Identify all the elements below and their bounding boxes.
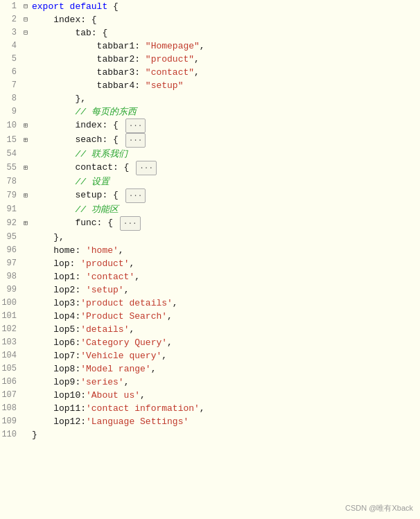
code-content: lop11:'contact information', [30,402,420,415]
line-number: 4 [0,39,21,53]
line-number: 99 [0,283,21,297]
token-str-single: 'contact' [86,272,134,282]
line-number: 54 [0,148,21,161]
code-content: tab: { [30,26,420,39]
line-number: 92 [0,217,21,230]
line-number: 110 [0,428,21,441]
code-content: lop7:'Vehicle query', [30,349,420,362]
collapsed-indicator[interactable]: ··· [125,133,146,148]
token-normal: , [129,258,134,269]
fold-icon[interactable]: ⊞ [21,189,30,202]
token-normal: tabbar2: [32,54,146,64]
line-number: 102 [0,323,21,336]
token-str-single: 'product details' [80,298,173,308]
token-normal: , [173,298,178,308]
code-content: home: 'home', [30,244,420,257]
code-line: 8 }, [0,92,420,105]
collapsed-indicator[interactable]: ··· [125,188,146,203]
fold-icon[interactable]: ⊞ [21,161,30,175]
code-line: 110} [0,428,420,441]
token-normal: , [140,390,146,401]
code-content: index: { [30,13,420,26]
code-line: 7 tabbar4: "setup" [0,79,420,92]
fold-icon[interactable]: ⊟ [21,26,30,39]
code-line: 10⊞ index: { ··· [0,118,420,133]
collapsed-indicator[interactable]: ··· [125,118,146,133]
token-normal: lop10: [32,390,86,401]
code-content: lop3:'product details', [30,297,420,310]
code-area: 1⊟export default {2⊟ index: {3⊟ tab: {4 … [0,0,420,519]
token-comment: // 设置 [32,177,110,187]
fold-icon[interactable]: ⊞ [21,134,30,147]
token-comment: // 每页的东西 [32,107,137,117]
line-number: 96 [0,244,21,257]
token-normal: { [107,1,119,12]
token-normal: , [119,245,124,256]
token-comment: // 功能区 [32,204,119,215]
token-normal: , [124,377,130,387]
token-str: "product" [146,54,194,64]
code-content: lop10:'About us', [30,389,420,402]
code-content: }, [30,231,420,244]
code-line: 4 tabbar1: "Homepage", [0,39,420,53]
line-number: 106 [0,376,21,389]
token-str-single: 'Model range' [80,364,150,374]
code-line: 54 // 联系我们 [0,148,420,161]
token-normal: , [124,285,130,295]
code-line: 78 // 设置 [0,175,420,188]
token-str: "Homepage" [146,41,200,51]
token-normal: tabbar1: [32,41,146,51]
token-str: "setup" [146,80,184,91]
line-number: 105 [0,362,21,376]
code-line: 15⊞ seach: { ··· [0,133,420,148]
code-line: 107 lop10:'About us', [0,389,420,402]
token-normal: , [129,324,134,335]
fold-icon[interactable]: ⊟ [21,13,30,26]
line-number: 7 [0,79,21,92]
collapsed-indicator[interactable]: ··· [136,161,157,175]
token-str-single: 'About us' [86,390,140,401]
line-number: 79 [0,189,21,202]
watermark: CSDN @唯有Xback [345,503,413,513]
token-normal: contact: { [32,162,134,173]
code-content: tabbar3: "contact", [30,66,420,79]
token-normal: , [151,364,157,374]
token-normal: seach: { [32,134,124,145]
token-normal: lop8: [32,364,80,374]
code-content: func: { ··· [30,216,420,231]
token-str-single: 'contact information' [86,403,200,414]
token-str: "contact" [146,67,194,78]
token-normal: , [200,403,205,414]
line-number: 5 [0,53,21,66]
code-line: 3⊟ tab: { [0,26,420,39]
token-normal: lop4: [32,311,80,322]
fold-icon[interactable]: ⊟ [21,0,30,13]
token-normal: lop3: [32,298,80,308]
line-number: 108 [0,402,21,415]
token-normal: }, [32,232,64,243]
code-content: }, [30,92,420,105]
code-content: index: { ··· [30,118,420,133]
code-content: lop12:'Language Settings' [30,415,420,428]
code-line: 103 lop6:'Category Query', [0,336,420,349]
line-number: 107 [0,389,21,402]
code-line: 2⊟ index: { [0,13,420,26]
token-comment: // 联系我们 [32,149,128,159]
code-content: tabbar1: "Homepage", [30,39,420,53]
code-line: 92⊞ func: { ··· [0,216,420,231]
line-number: 78 [0,175,21,188]
code-line: 109 lop12:'Language Settings' [0,415,420,428]
line-number: 95 [0,231,21,244]
line-number: 104 [0,349,21,362]
fold-icon[interactable]: ⊞ [21,119,30,132]
token-str-single: 'home' [86,245,119,256]
collapsed-indicator[interactable]: ··· [120,216,141,231]
code-content: // 联系我们 [30,148,420,161]
code-line: 5 tabbar2: "product", [0,53,420,66]
code-content: lop2: 'setup', [30,283,420,297]
code-content: lop4:'Product Search', [30,310,420,323]
line-number: 8 [0,92,21,105]
token-normal: lop1: [32,272,86,282]
token-normal: tabbar3: [32,67,146,78]
fold-icon[interactable]: ⊞ [21,217,30,230]
